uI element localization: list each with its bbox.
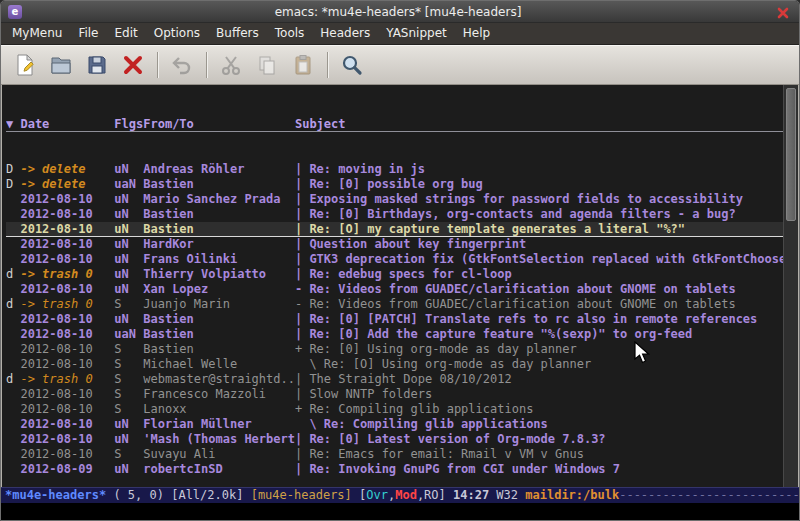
message-flags: uN [114, 282, 143, 297]
message-date: 2012-08-10 [20, 222, 114, 236]
message-mark [6, 402, 20, 417]
message-subject: | Re: [0] Add the capture feature "%(sex… [295, 327, 783, 342]
title-bar: e emacs: *mu4e-headers* [mu4e-headers] [1, 1, 799, 23]
modeline-segment-plain: ,RO] [417, 488, 453, 502]
message-flags: S [114, 297, 143, 312]
scrollbar-thumb[interactable] [786, 88, 796, 221]
cut-button[interactable] [215, 50, 247, 80]
message-date: 2012-08-10 [20, 237, 114, 252]
message-mark [6, 207, 20, 222]
close-buffer-button[interactable] [117, 50, 149, 80]
column-header-subject[interactable]: Subject [295, 117, 783, 131]
modeline: *mu4e-headers* ( 5, 0) [All/2.0k] [mu4e-… [1, 487, 799, 503]
message-subject: | Re: [0] possible org bug [295, 177, 783, 192]
message-mark: D [6, 162, 20, 177]
message-date: 2012-08-10 [20, 207, 114, 222]
modeline-segment-plain: W32 [496, 488, 525, 502]
message-mark: d [6, 297, 20, 312]
message-subject: | GTK3 deprecation fix (GtkFontSelection… [295, 252, 783, 267]
header-line[interactable]: ▼ Date Flgs From/To Subject [6, 117, 783, 132]
menu-edit[interactable]: Edit [107, 23, 146, 44]
message-from: Juanjo Marin [143, 297, 295, 312]
message-row[interactable]: 2012-08-10uNBastien| Re: [0] Birthdays, … [6, 207, 783, 222]
message-row[interactable]: 2012-08-10SBastien+ Re: [0] Using org-mo… [6, 342, 783, 357]
message-from: Suvayu Ali [143, 447, 295, 462]
message-from: Lanoxx [143, 402, 295, 417]
message-row[interactable]: 2012-08-10uNFlorian Müllner \ Re: Compil… [6, 417, 783, 432]
modeline-segment-dir: maildir:/bulk [525, 488, 619, 502]
message-row[interactable]: 2012-08-10uN'Mash (Thomas Herbert)| Re: … [6, 432, 783, 447]
column-header-from[interactable]: From/To [143, 117, 295, 131]
menu-headers[interactable]: Headers [312, 23, 378, 44]
menu-buffers[interactable]: Buffers [208, 23, 267, 44]
message-subject: \ Re: Compiling glib applications [295, 417, 783, 432]
new-file-button[interactable] [9, 50, 41, 80]
window-close-button[interactable] [774, 4, 792, 20]
message-flags: uN [114, 162, 143, 177]
message-row[interactable]: 2012-08-10SLanoxx+ Re: Compiling glib ap… [6, 402, 783, 417]
menu-options[interactable]: Options [146, 23, 208, 44]
column-header-flags[interactable]: Flgs [114, 117, 143, 131]
message-row[interactable]: d-> trash 0uNThierry Volpiatto| Re: edeb… [6, 267, 783, 282]
message-flags: uN [114, 462, 143, 477]
message-row[interactable]: 2012-08-10uaNBastien| Re: [0] Add the ca… [6, 327, 783, 342]
minibuffer-echo-area[interactable] [1, 503, 799, 520]
message-from: Bastien [143, 327, 295, 342]
message-row[interactable]: 2012-08-10uNBastien| Re: [0] [PATCH] Tra… [6, 312, 783, 327]
message-subject: | Re: moving in js [295, 162, 783, 177]
message-mark [6, 462, 20, 477]
menu-yasnippet[interactable]: YASnippet [378, 23, 455, 44]
message-flags: uN [114, 267, 143, 282]
close-icon [776, 6, 790, 20]
message-row[interactable]: d-> trash 0SJuanjo Marin- Re: Videos fro… [6, 297, 783, 312]
message-date: 2012-08-09 [20, 462, 114, 477]
message-from: Andreas Röhler [143, 162, 295, 177]
column-header-date[interactable]: Date [20, 117, 114, 131]
message-from: Thierry Volpiatto [143, 267, 295, 282]
message-row[interactable]: d-> trash 0Swebmaster@straightd...| The … [6, 372, 783, 387]
message-date: 2012-08-10 [20, 402, 114, 417]
open-folder-button[interactable] [45, 50, 77, 80]
message-from: webmaster@straightd... [143, 372, 295, 387]
copy-button[interactable] [251, 50, 283, 80]
emacs-app-icon: e [8, 5, 22, 19]
toolbar-separator [157, 52, 158, 78]
message-from: Xan Lopez [143, 282, 295, 297]
message-row[interactable]: D-> deleteuNAndreas Röhler| Re: moving i… [6, 162, 783, 177]
message-mark [6, 387, 20, 402]
message-row[interactable]: 2012-08-10uNMario Sanchez Prada| Exposin… [6, 192, 783, 207]
modeline-segment-buffer-name: *mu4e-headers* [5, 488, 106, 502]
message-row[interactable]: 2012-08-10SMichael Welle \ Re: [O] Using… [6, 357, 783, 372]
message-subject: - Re: Videos from GUADEC/clarification a… [295, 297, 783, 312]
message-flags: S [114, 387, 143, 402]
save-button[interactable] [81, 50, 113, 80]
message-row[interactable]: 2012-08-09uNrobertcInSD| Re: Invoking Gn… [6, 462, 783, 477]
message-row[interactable]: 2012-08-10SFrancesco Mazzoli| Slow NNTP … [6, 387, 783, 402]
message-row[interactable]: 2012-08-10uNHardKor| Question about key … [6, 237, 783, 252]
message-date: 2012-08-10 [20, 327, 114, 342]
menu-bar: MyMenuFileEditOptionsBuffersToolsHeaders… [1, 23, 799, 45]
modeline-segment-dashes: ------------------------------ [619, 488, 799, 502]
message-row[interactable]: 2012-08-10uNBastien| Re: [O] my capture … [6, 222, 783, 237]
message-row[interactable]: 2012-08-10SSuvayu Ali| Re: Emacs for ema… [6, 447, 783, 462]
message-row[interactable]: D-> deleteuaNBastien| Re: [0] possible o… [6, 177, 783, 192]
scrollbar[interactable] [783, 85, 798, 487]
message-date: 2012-08-10 [20, 282, 114, 297]
message-subject: | Re: [O] my capture template generates … [295, 222, 783, 236]
menu-mymenu[interactable]: MyMenu [4, 23, 70, 44]
menu-tools[interactable]: Tools [267, 23, 313, 44]
paste-button[interactable] [287, 50, 319, 80]
message-date: 2012-08-10 [20, 192, 114, 207]
menu-help[interactable]: Help [455, 23, 498, 44]
message-from: Frans Oilinki [143, 252, 295, 267]
message-date: -> trash 0 [20, 267, 114, 282]
message-row[interactable]: 2012-08-10uNFrans Oilinki| GTK3 deprecat… [6, 252, 783, 267]
search-button[interactable] [336, 50, 368, 80]
emacs-window: e emacs: *mu4e-headers* [mu4e-headers] M… [0, 0, 800, 521]
message-flags: S [114, 447, 143, 462]
message-mark [6, 252, 20, 267]
message-row[interactable]: 2012-08-10uNXan Lopez- Re: Videos from G… [6, 282, 783, 297]
new-file-icon [13, 53, 37, 77]
undo-button[interactable] [166, 50, 198, 80]
menu-file[interactable]: File [70, 23, 106, 44]
